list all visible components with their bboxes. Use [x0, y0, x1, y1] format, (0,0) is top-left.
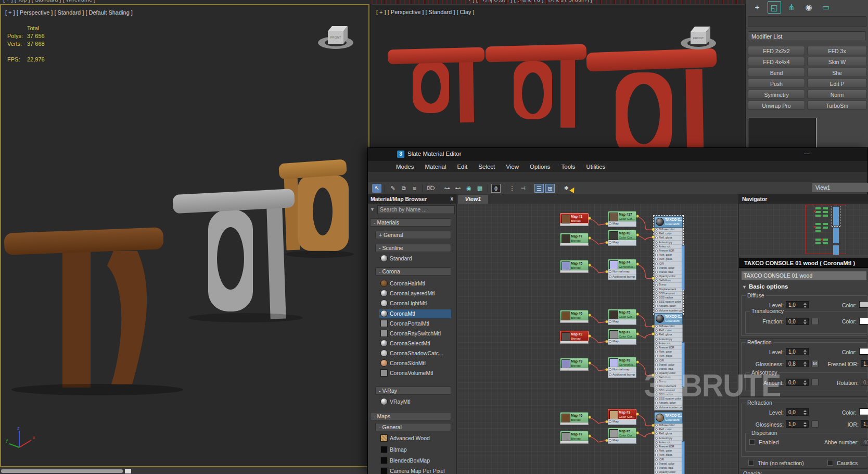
editor-titlebar[interactable]: 3 Slate Material Editor — [368, 148, 867, 161]
motion-tab-icon[interactable]: ◉ [802, 1, 815, 14]
create-tab-icon[interactable]: + [750, 1, 764, 14]
menu-tools[interactable]: Tools [561, 164, 576, 170]
fresnel-ior-spinner[interactable]: 1,7 [861, 360, 868, 367]
browser-item-coronaskinmtl[interactable]: CoronaSkinMtl [379, 359, 451, 368]
node-slot[interactable]: Aniso rot. [655, 245, 682, 249]
reflection-level-spinner[interactable]: 1,0 [786, 348, 809, 355]
menu-edit[interactable]: Edit [457, 164, 467, 170]
clay-table-1[interactable] [388, 47, 485, 123]
select-tool-icon[interactable]: ↖ [372, 184, 381, 193]
node-map-6-14[interactable]: Map #6Bitmap [560, 412, 589, 425]
put-material-to-scene-icon[interactable]: ⧉ [399, 184, 409, 193]
display-tab-icon[interactable]: ▭ [819, 1, 833, 14]
node-slot[interactable]: SSS scatter color [655, 300, 682, 304]
node-slot[interactable]: Absorb. color [655, 304, 682, 308]
node-view[interactable]: View1 Map #1BitmapMap #7BitmapMap #5Bitm… [457, 194, 738, 474]
node-slot[interactable]: Refl. gloss [655, 236, 682, 240]
node-slot[interactable]: Displacement [655, 288, 682, 292]
node-slot[interactable]: Anisotropy [655, 436, 682, 441]
node-slot[interactable]: Map [608, 419, 636, 425]
glossiness-spinner[interactable]: 0,8 [786, 360, 809, 367]
close-icon[interactable]: x [450, 194, 453, 204]
modifier-list-dropdown[interactable]: Modifier List [748, 31, 865, 41]
modifier-button-ffd-2x2x2[interactable]: FFD 2x2x2 [748, 46, 805, 55]
browser-item-coronaportalmtl[interactable]: CoronaPortalMtl [379, 319, 451, 328]
browser-group--general[interactable]: - General [375, 423, 451, 431]
rotation-spinner[interactable]: 0,0 [861, 379, 868, 386]
enabled-checkbox[interactable] [749, 439, 755, 445]
node-slot[interactable]: Opacity color [655, 470, 682, 474]
ior-spinner[interactable]: 1,5 [861, 420, 868, 428]
abbe-number-spinner[interactable]: 40, [861, 439, 868, 446]
node-map-5-2[interactable]: Map #5Bitmap [560, 260, 589, 273]
node-slot[interactable]: SSS radius [655, 296, 682, 300]
object-name-field[interactable] [748, 16, 866, 27]
pick-material-from-object-icon[interactable]: ✎ [388, 184, 398, 193]
navigator-header[interactable]: Navigator [739, 194, 868, 204]
node-slot[interactable]: Volume scatter color [655, 309, 682, 313]
menu-utilities[interactable]: Utilities [586, 164, 605, 170]
hierarchy-tab-icon[interactable]: ⋔ [785, 1, 798, 14]
browser-item-coronarayswitchmtl[interactable]: CoronaRaySwitchMtl [379, 329, 451, 338]
node-slot[interactable]: Aniso rot. [655, 441, 682, 445]
chevron-down-icon[interactable]: ▼ [370, 207, 375, 212]
node-slot[interactable]: Anisotropy [655, 338, 682, 342]
modifier-button-unwrap-pro[interactable]: Unwrap Pro [748, 101, 805, 110]
node-slot[interactable]: SSS amount [655, 389, 682, 393]
node-taxco-c--13[interactable]: TAXCO C...CoronaMtlDiffuse colorRefl. co… [654, 313, 683, 410]
browser-group--general[interactable]: + General [375, 231, 451, 239]
node-slot[interactable]: Bump [655, 283, 682, 287]
diffuse-level-spinner[interactable]: 1,0 [786, 301, 809, 308]
amount-spinner[interactable]: 0,0 [786, 379, 809, 386]
browser-group--scanline[interactable]: - Scanline [375, 244, 451, 252]
node-slot[interactable]: Self-illum [655, 376, 682, 380]
node-taxco-c--6[interactable]: TAXCO C...CoronaMtlDiffuse colorRefl. co… [654, 216, 683, 314]
node-slot[interactable]: Map [608, 438, 636, 443]
modifier-button-turbosm[interactable]: TurboSm [807, 101, 867, 110]
caustics-checkbox[interactable] [827, 460, 833, 466]
browser-item-coronalightmtl[interactable]: CoronaLightMtl [379, 299, 451, 308]
node-map-8-4[interactable]: Map #8Color Cor...Map [608, 230, 636, 246]
modifier-button-ffd-4x4x4[interactable]: FFD 4x4x4 [748, 57, 805, 66]
node-scrollbar[interactable] [682, 245, 685, 290]
browser-group--materials[interactable]: - Materials [370, 218, 451, 227]
node-slot[interactable]: Normal map [608, 269, 636, 275]
node-slot[interactable]: Transl. color [655, 462, 682, 466]
modifier-button-push[interactable]: Push [748, 79, 805, 88]
node-slot[interactable]: Anisotropy [655, 241, 682, 245]
horizontal-scrollbar[interactable] [1, 469, 123, 473]
refraction-level-spinner[interactable]: 0,0 [786, 408, 809, 416]
node-grid-background[interactable] [457, 204, 738, 474]
browser-group--v-ray[interactable]: - V-Ray [375, 386, 451, 395]
node-slot[interactable]: Refr. gloss [655, 257, 682, 261]
node-slot[interactable]: Displacement [655, 384, 682, 389]
console-table-gray[interactable] [172, 189, 303, 322]
show-numbers-icon[interactable]: 0 [491, 184, 501, 193]
node-slot[interactable]: Map [608, 339, 636, 344]
node-slot[interactable]: Refr. color [655, 449, 682, 453]
clay-table-3[interactable] [586, 48, 717, 161]
browser-item-coronalayeredmtl[interactable]: CoronaLayeredMtl [379, 289, 451, 298]
node-slot[interactable]: Self-illum [655, 279, 682, 283]
modifier-button-skin-w[interactable]: Skin W [807, 57, 867, 66]
browser-header[interactable]: Material/Map Browser [368, 194, 456, 204]
node-map-3-16[interactable]: Map #3Color Cor...Map [608, 409, 636, 425]
node-map-7-11[interactable]: Map #7Color Cor...Map [608, 329, 636, 345]
node-map-9-9[interactable]: Map #9Bitmap [560, 358, 589, 371]
browser-group--corona[interactable]: - Corona [375, 267, 451, 276]
node-slot[interactable]: Map [608, 221, 636, 227]
node-slot[interactable]: Refr. color [655, 350, 682, 354]
node-slot[interactable]: IOR [655, 262, 682, 266]
node-slot[interactable]: Fresnel IOR [655, 445, 682, 449]
browser-item-coronahairmtl[interactable]: CoronaHairMtl [379, 279, 451, 288]
node-slot[interactable]: Refr. gloss [655, 453, 682, 457]
node-map-4-5[interactable]: Map #4CoronaNo...Normal mapAdditional bu… [608, 259, 636, 280]
diffuse-color-swatch[interactable] [859, 301, 868, 308]
search-input[interactable]: Search by Name ... [377, 205, 455, 214]
node-slot[interactable]: Opacity color [655, 275, 682, 279]
browser-item-coronashadowcatc-[interactable]: CoronaShadowCatc... [379, 349, 451, 358]
node-slot[interactable]: Refl. gloss [655, 333, 682, 337]
modifier-button-bend[interactable]: Bend [748, 68, 805, 77]
node-slot[interactable]: Fresnel IOR [655, 346, 682, 350]
node-map-8-12[interactable]: Map #8CoronaNo...Normal mapAdditional bu… [608, 357, 636, 378]
